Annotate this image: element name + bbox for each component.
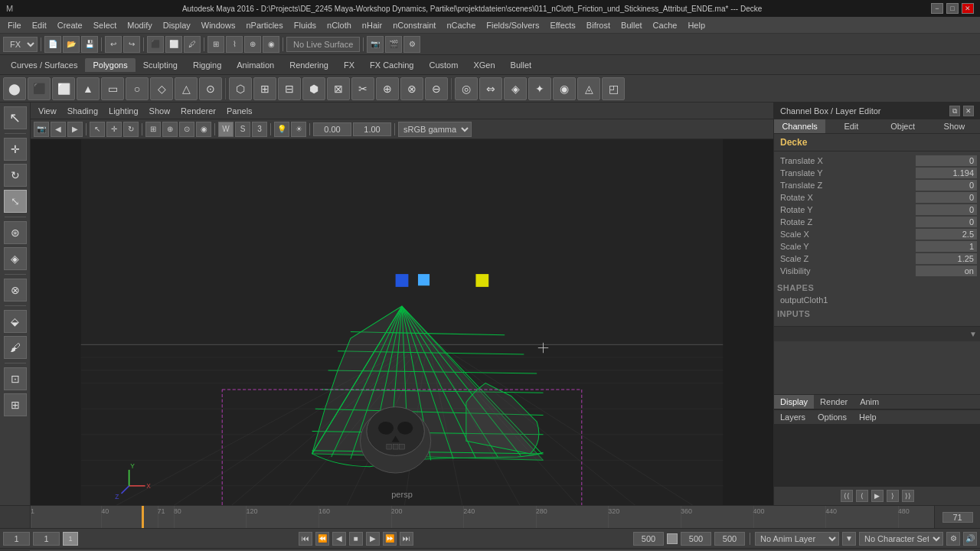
audio-btn[interactable]: 🔊 — [963, 532, 977, 546]
current-frame-input[interactable] — [33, 532, 60, 546]
menu-item-bifrost[interactable]: Bifrost — [582, 19, 615, 31]
shelf-tab-fx-caching[interactable]: FX Caching — [362, 58, 421, 72]
menu-item-bullet[interactable]: Bullet — [616, 19, 647, 31]
vp-scale-input[interactable] — [353, 122, 391, 136]
camera-btn[interactable]: 📷 — [367, 36, 384, 53]
pan-zoom-btn[interactable]: ⊞ — [4, 393, 27, 416]
menu-item-nhair[interactable]: nHair — [358, 19, 387, 31]
timeline-ruler[interactable]: 1407180120160200240280320360400440480500 — [31, 506, 934, 528]
shelf-icon-extrude[interactable]: ⊟ — [278, 77, 301, 100]
shelf-icon-soft-sel[interactable]: ◎ — [455, 77, 478, 100]
vp-shaded-btn[interactable]: S — [235, 122, 250, 137]
shelf-tab-custom[interactable]: Custom — [422, 58, 466, 72]
select-tool-btn[interactable]: ↖ — [4, 106, 27, 129]
view-menu[interactable]: View — [34, 105, 61, 117]
shelf-tab-polygons[interactable]: Polygons — [85, 58, 135, 72]
layer-sub-options[interactable]: Options — [812, 410, 853, 424]
vp-rotate-btn[interactable]: ↻ — [123, 122, 139, 137]
shelf-tab-fx[interactable]: FX — [336, 58, 362, 72]
shelf-tab-sculpting[interactable]: Sculpting — [136, 58, 185, 72]
anim-layer-toggle-btn[interactable]: ▼ — [842, 532, 856, 546]
shelf-icon-cleanup[interactable]: ✦ — [528, 77, 551, 100]
layer-nav-next[interactable]: ⟩ — [887, 490, 899, 502]
shelf-icon-prism[interactable]: ◇ — [150, 77, 173, 100]
snap-point-btn[interactable]: ⊕ — [244, 36, 261, 53]
viewport-canvas[interactable]: X Y Z persp — [31, 139, 773, 505]
shelf-icon-pyramid[interactable]: △ — [175, 77, 198, 100]
layer-tab-display[interactable]: Display — [774, 395, 814, 409]
attr-value-translate-z[interactable]: 0 — [916, 180, 977, 191]
menu-item-nparticles[interactable]: nParticles — [241, 19, 287, 31]
shelf-icon-combine[interactable]: ⊞ — [253, 77, 276, 100]
tab-edit[interactable]: Edit — [825, 119, 877, 133]
vp-light-btn[interactable]: 💡 — [274, 122, 289, 137]
panel-float-btn[interactable]: ⧉ — [949, 106, 960, 116]
menu-item-ncache[interactable]: nCache — [442, 19, 480, 31]
tab-show[interactable]: Show — [929, 119, 980, 133]
vp-smooth-btn[interactable]: 3 — [252, 122, 267, 137]
char-set-btn[interactable]: ⚙ — [946, 532, 960, 546]
vp-surface-snap-btn[interactable]: ◉ — [196, 122, 211, 137]
layer-tab-anim[interactable]: Anim — [854, 395, 885, 409]
minimize-button[interactable]: − — [931, 3, 943, 14]
shelf-icon-cube[interactable]: ⬛ — [28, 77, 51, 100]
shelf-tab-rigging[interactable]: Rigging — [185, 58, 229, 72]
go-to-end-btn[interactable]: ⏭ — [400, 532, 413, 546]
vp-shadow-btn[interactable]: ☀ — [291, 122, 306, 137]
shelf-icon-triangulate[interactable]: ◬ — [577, 77, 600, 100]
shelf-icon-connect[interactable]: ⊗ — [400, 77, 423, 100]
rendersettings-btn[interactable]: ⚙ — [403, 36, 420, 53]
redo-btn[interactable]: ↪ — [123, 36, 140, 53]
lasso-select-btn[interactable]: ⬙ — [4, 310, 27, 333]
menu-item-modify[interactable]: Modify — [122, 19, 156, 31]
shelf-icon-smooth[interactable]: ◈ — [504, 77, 527, 100]
new-scene-btn[interactable]: 📄 — [44, 36, 61, 53]
layer-nav-last[interactable]: ⟩⟩ — [902, 490, 914, 502]
snap-grid-btn[interactable]: ⊞ — [207, 36, 224, 53]
show-menu[interactable]: Show — [145, 105, 175, 117]
vp-colorspace-select[interactable]: sRGB gamma — [398, 122, 472, 137]
shelf-icon-bridge[interactable]: ⊠ — [327, 77, 350, 100]
attr-value-scale-y[interactable]: 1 — [916, 241, 977, 252]
vp-playblast-btn[interactable]: ▶ — [67, 122, 83, 137]
inputs-collapse[interactable]: ▼ — [774, 326, 980, 341]
mode-select[interactable]: FX — [3, 37, 38, 52]
layer-sub-help[interactable]: Help — [853, 410, 883, 424]
scale-tool-btn[interactable]: ⤡ — [4, 190, 27, 213]
menu-item-fluids[interactable]: Fluids — [289, 19, 321, 31]
shelf-icon-torus[interactable]: ○ — [126, 77, 149, 100]
layer-sub-layers[interactable]: Layers — [774, 410, 812, 424]
anim-layer-select[interactable]: No Anim Layer — [755, 532, 839, 546]
vp-camera-btn[interactable]: 📷 — [34, 122, 49, 137]
menu-item-cache[interactable]: Cache — [648, 19, 682, 31]
anim-end-input[interactable] — [633, 532, 664, 546]
lighting-menu[interactable]: Lighting — [104, 105, 143, 117]
open-scene-btn[interactable]: 📂 — [63, 36, 80, 53]
shelf-icon-insert[interactable]: ⊕ — [376, 77, 399, 100]
soft-mod-btn[interactable]: ◈ — [4, 247, 27, 270]
menu-item-edit[interactable]: Edit — [28, 19, 51, 31]
paint-btn[interactable]: 🖊 — [184, 36, 201, 53]
layer-nav-first[interactable]: ⟨⟨ — [841, 490, 853, 502]
attr-value-scale-x[interactable]: 2.5 — [916, 229, 977, 240]
shelf-icon-sphere[interactable]: ⬤ — [3, 77, 26, 100]
tab-channels[interactable]: Channels — [774, 119, 825, 133]
menu-item-fields/solvers[interactable]: Fields/Solvers — [482, 19, 544, 31]
shelf-icon-quadrangulate[interactable]: ◰ — [602, 77, 625, 100]
stop-btn[interactable]: ■ — [349, 532, 363, 546]
step-input[interactable] — [714, 532, 745, 546]
select-btn[interactable]: ⬛ — [147, 36, 164, 53]
shelf-icon-reduce[interactable]: ◉ — [553, 77, 576, 100]
menu-item-file[interactable]: File — [3, 19, 26, 31]
shelf-tab-animation[interactable]: Animation — [229, 58, 282, 72]
go-to-start-btn[interactable]: ⏮ — [299, 532, 312, 546]
shelf-icon-target-weld[interactable]: ⊖ — [425, 77, 448, 100]
shelf-icon-bevel[interactable]: ⬢ — [302, 77, 325, 100]
attr-value-rotate-y[interactable]: 0 — [916, 204, 977, 215]
shelf-icon-cylinder[interactable]: ⬜ — [52, 77, 75, 100]
snap-curve-btn[interactable]: ⌇ — [226, 36, 243, 53]
attr-value-translate-x[interactable]: 0 — [916, 155, 977, 166]
vp-wireframe-btn[interactable]: W — [218, 122, 234, 137]
playback-end-input[interactable] — [681, 532, 711, 546]
camera-dolly-btn[interactable]: ⊡ — [4, 367, 27, 390]
